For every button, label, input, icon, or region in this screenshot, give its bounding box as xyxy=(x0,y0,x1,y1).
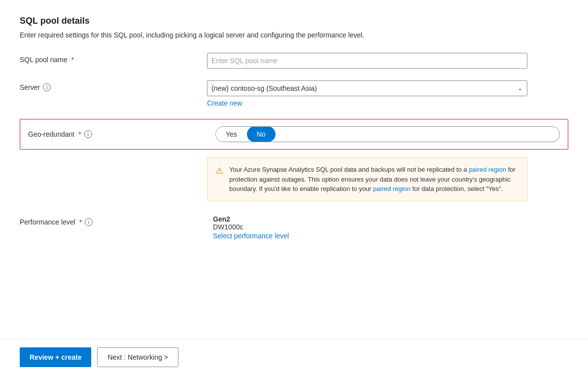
geo-no-option[interactable]: No xyxy=(247,126,276,142)
next-networking-button[interactable]: Next : Networking > xyxy=(97,347,178,367)
sql-pool-name-label: SQL pool name * xyxy=(20,53,207,64)
select-performance-link[interactable]: Select performance level xyxy=(213,232,289,240)
performance-level-row: Performance level * i Gen2 DW1000c Selec… xyxy=(20,215,568,240)
warning-text: Your Azure Synapse Analytics SQL pool da… xyxy=(229,165,519,194)
page-description: Enter required settings for this SQL poo… xyxy=(20,31,463,39)
main-content: SQL pool details Enter required settings… xyxy=(0,0,588,240)
performance-tier-container: Gen2 DW1000c Select performance level xyxy=(207,215,568,240)
server-select-wrapper: (new) contoso-sg (Southeast Asia) ⌄ xyxy=(207,80,527,96)
geo-warning-box: ⚠ Your Azure Synapse Analytics SQL pool … xyxy=(207,157,527,201)
warning-icon: ⚠ xyxy=(215,165,223,194)
perf-dw-label: DW1000c xyxy=(213,223,289,231)
page-title: SQL pool details xyxy=(20,16,568,26)
performance-info: Gen2 DW1000c Select performance level xyxy=(213,215,289,240)
geo-redundant-toggle: Yes No xyxy=(215,126,560,142)
footer: Review + create Next : Networking > xyxy=(0,339,588,375)
server-info-icon[interactable]: i xyxy=(43,83,51,91)
geo-info-icon[interactable]: i xyxy=(84,130,92,138)
sql-pool-name-row: SQL pool name * xyxy=(20,53,568,69)
perf-info-icon[interactable]: i xyxy=(85,218,93,226)
perf-required-star: * xyxy=(79,218,82,226)
geo-redundant-row: Geo-redundant * i Yes No xyxy=(20,119,568,150)
geo-redundant-control: Yes No xyxy=(215,126,560,142)
required-star: * xyxy=(71,56,74,64)
perf-gen-label: Gen2 xyxy=(213,215,289,223)
review-create-button[interactable]: Review + create xyxy=(20,347,91,367)
sql-pool-name-control xyxy=(207,53,568,69)
create-new-link[interactable]: Create new xyxy=(207,99,242,107)
server-select[interactable]: (new) contoso-sg (Southeast Asia) xyxy=(207,80,527,96)
server-control: (new) contoso-sg (Southeast Asia) ⌄ Crea… xyxy=(207,80,568,107)
sql-pool-name-input[interactable] xyxy=(207,53,527,69)
performance-level-control: Gen2 DW1000c Select performance level xyxy=(207,215,568,240)
server-label: Server i xyxy=(20,80,207,91)
paired-region-link-1[interactable]: paired region xyxy=(469,166,506,173)
server-row: Server i (new) contoso-sg (Southeast Asi… xyxy=(20,80,568,107)
geo-redundant-label: Geo-redundant * i xyxy=(28,130,215,138)
performance-level-label: Performance level * i xyxy=(20,215,207,226)
geo-yes-option[interactable]: Yes xyxy=(216,126,247,142)
geo-required-star: * xyxy=(78,130,81,138)
paired-region-link-2[interactable]: paired region xyxy=(373,185,411,192)
